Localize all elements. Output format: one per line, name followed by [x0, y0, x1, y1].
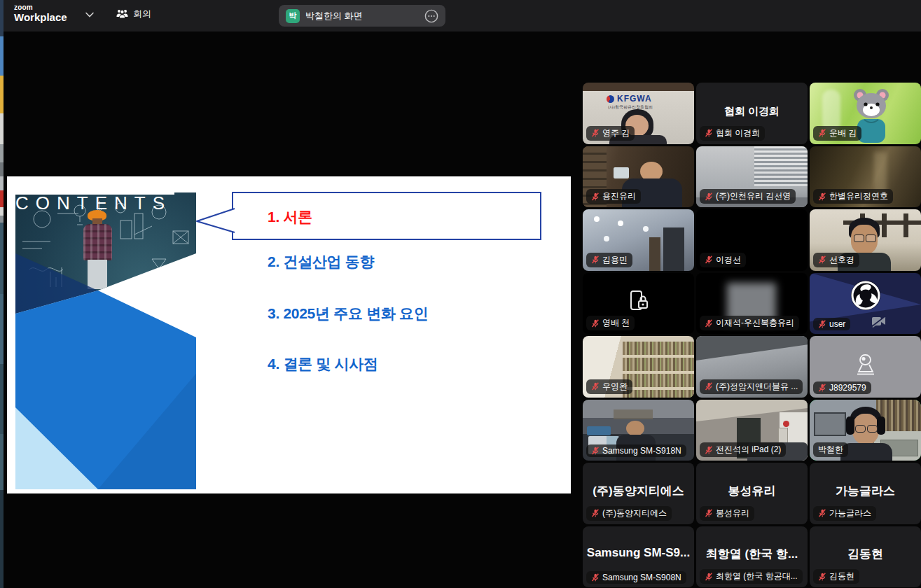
participant-name-label: 영주 김: [586, 126, 635, 141]
obs-logo-icon: [850, 279, 882, 312]
camera-off-icon: [871, 315, 887, 328]
participant-tile[interactable]: 한별유리정연호: [810, 146, 921, 208]
participant-tile[interactable]: 협회 이경희협회 이경희: [696, 83, 808, 144]
slide-left-panel: CONTENTS: [15, 192, 196, 489]
slide-item-2: 2. 건설산업 동향: [268, 252, 374, 272]
participant-name-label: (주)정암지앤더블유 ...: [700, 379, 803, 394]
participant-tile[interactable]: Samsung SM-S918N: [583, 400, 694, 461]
mic-muted-icon: [591, 382, 600, 391]
participant-tile[interactable]: Samsung SM-S9...Samsung SM-S908N: [583, 526, 694, 588]
mic-muted-icon: [591, 255, 600, 264]
participant-name-label: 선호경: [813, 253, 859, 267]
participant-tile[interactable]: 이재석-우신복층유리: [696, 273, 808, 335]
participant-name-text: Samsung SM-S908N: [602, 573, 681, 582]
participant-name-label: J8929579: [813, 382, 871, 394]
mic-muted-icon: [705, 255, 713, 264]
participant-display-name: 가능글라스: [812, 483, 918, 499]
participant-display-name: 김동현: [812, 546, 918, 562]
participant-name-text: 한별유리정연호: [829, 190, 888, 202]
mic-muted-icon: [591, 129, 600, 137]
participant-name-text: (주)정암지앤더블유 ...: [716, 381, 798, 393]
participant-name-text: 이경선: [716, 254, 741, 266]
participant-name-text: 협회 이경희: [716, 127, 760, 139]
participant-name-label: Samsung SM-S908N: [586, 571, 686, 584]
participant-tile[interactable]: 전진석의 iPad (2): [696, 400, 808, 461]
participant-tile[interactable]: 최항열 (한국 항...최항열 (한국 항공대...: [696, 526, 808, 588]
zoom-workplace-logo[interactable]: zoom Workplace: [14, 4, 67, 22]
participant-name-label: 우영완: [586, 379, 632, 394]
participant-tile[interactable]: 용진유리: [583, 146, 694, 208]
participant-tile[interactable]: (주)정암지앤더블유 ...: [696, 336, 808, 398]
participant-name-label: 운배 김: [813, 126, 861, 141]
slide-item-3: 3. 2025년 주요 변화 요인: [268, 304, 428, 323]
participant-tile[interactable]: J8929579: [810, 336, 921, 398]
participant-tile[interactable]: (주)인천유리 김선영: [696, 146, 808, 208]
participant-name-label: 한별유리정연호: [813, 189, 893, 204]
mic-muted-icon: [591, 447, 600, 455]
participant-display-name: 봉성유리: [699, 483, 805, 499]
mic-muted-icon: [591, 192, 600, 201]
participant-tile[interactable]: 가능글라스가능글라스: [810, 463, 921, 524]
tab-shared-screen[interactable]: 박 박철한의 화면: [279, 5, 445, 27]
participant-display-name: 최항열 (한국 항...: [699, 546, 805, 562]
participant-tile[interactable]: 선호경: [810, 209, 921, 271]
mic-muted-icon: [705, 129, 713, 137]
participant-name-text: 우영완: [602, 381, 628, 393]
participant-name-label: 용진유리: [586, 189, 641, 204]
participant-name-label: (주)인천유리 김선영: [700, 189, 796, 204]
logo-zoom-text: zoom: [14, 4, 67, 12]
participant-name-label: 김용민: [586, 253, 632, 267]
mic-muted-icon: [818, 129, 826, 137]
participant-tile[interactable]: 운배 김: [810, 83, 921, 144]
meeting-tab-label: 회의: [133, 8, 151, 20]
participant-name-label: 영배 천: [586, 316, 635, 330]
participant-tile[interactable]: 봉성유리봉성유리: [696, 463, 808, 524]
participant-tile[interactable]: user: [810, 273, 921, 335]
participant-name-label: 김동현: [813, 569, 859, 584]
ptz-camera-icon: [853, 353, 878, 377]
participant-name-text: (주)동양지티에스: [602, 507, 667, 519]
mic-muted-icon: [591, 509, 600, 517]
participant-tile[interactable]: KFGWA(사)한국판유리창호협회영주 김: [583, 83, 694, 144]
participant-display-name: (주)동양지티에스: [586, 483, 691, 499]
chevron-down-icon[interactable]: [85, 12, 94, 18]
mic-muted-icon: [705, 382, 713, 391]
mic-muted-icon: [818, 573, 826, 581]
participant-name-label: 협회 이경희: [700, 126, 765, 141]
mic-muted-icon: [818, 255, 826, 264]
mic-muted-icon: [591, 319, 600, 328]
participant-name-text: 가능글라스: [829, 507, 871, 519]
participant-tile[interactable]: 영배 천: [583, 273, 694, 335]
mic-muted-icon: [818, 320, 826, 328]
participant-tile[interactable]: 김용민: [583, 209, 694, 271]
participant-name-text: 이재석-우신복층유리: [716, 317, 794, 329]
participant-name-text: 김용민: [602, 254, 628, 266]
mic-muted-icon: [818, 192, 826, 201]
participant-name-text: 박철한: [818, 444, 843, 456]
participants-icon: [116, 9, 128, 19]
slide-item-1: 1. 서론: [268, 207, 312, 227]
mic-muted-icon: [591, 573, 600, 582]
mic-muted-icon: [818, 384, 826, 392]
participant-tile[interactable]: 김동현김동현: [810, 526, 921, 588]
mic-muted-icon: [705, 509, 713, 517]
contents-title: CONTENTS: [15, 192, 196, 489]
kfgwa-sign-text: KFGWA: [617, 94, 652, 104]
participant-tile[interactable]: 박철한: [810, 400, 921, 461]
participant-name-text: 전진석의 iPad (2): [716, 444, 781, 456]
mic-muted-icon: [705, 319, 713, 328]
desktop-edge-sliver: [0, 0, 4, 588]
more-options-icon[interactable]: [424, 9, 438, 23]
participant-tile[interactable]: (주)동양지티에스(주)동양지티에스: [583, 463, 694, 524]
participant-name-text: 영주 김: [602, 127, 630, 139]
participant-tile[interactable]: 우영완: [583, 336, 694, 398]
participant-name-text: 봉성유리: [716, 507, 749, 519]
participant-name-label: 봉성유리: [700, 506, 754, 521]
participant-name-text: 영배 천: [602, 317, 630, 329]
participant-name-text: Samsung SM-S918N: [602, 446, 681, 456]
participant-name-label: Samsung SM-S918N: [586, 444, 686, 457]
participant-tile[interactable]: 이경선: [696, 209, 808, 271]
participant-name-label: 최항열 (한국 항공대...: [700, 569, 803, 584]
tab-meeting[interactable]: 회의: [116, 8, 151, 20]
participant-display-name: 협회 이경희: [699, 105, 805, 118]
